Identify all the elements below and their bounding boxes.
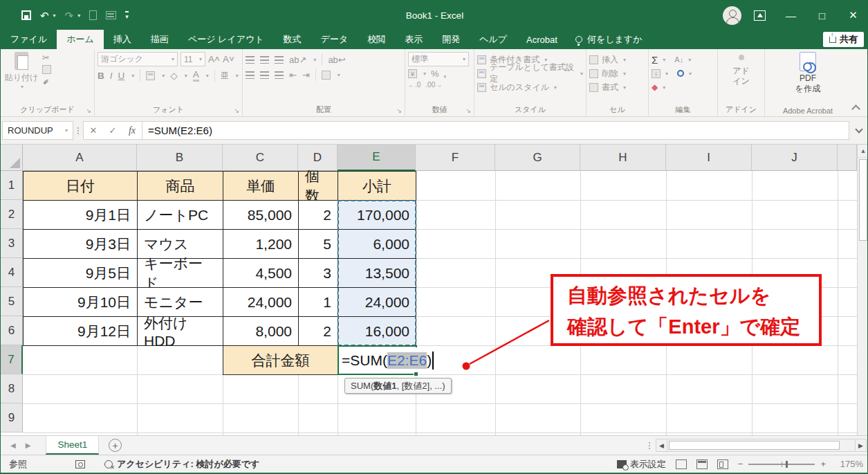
page-break-view-button[interactable] bbox=[717, 459, 728, 469]
cancel-entry-button[interactable]: ✕ bbox=[84, 125, 103, 136]
sheet-nav-right-icon[interactable]: ▶ bbox=[26, 441, 31, 449]
cell-B1[interactable]: 商品 bbox=[137, 171, 223, 201]
find-select-button[interactable] bbox=[677, 70, 684, 77]
font-size-select[interactable]: 11▾ bbox=[181, 52, 205, 66]
row-header-1[interactable]: 1 bbox=[1, 171, 23, 200]
minimize-button[interactable]: — bbox=[775, 1, 806, 30]
cell-D3[interactable]: 5 bbox=[298, 229, 338, 259]
column-header-G[interactable]: G bbox=[495, 145, 580, 171]
cell-A5[interactable]: 9月10日 bbox=[23, 287, 138, 317]
paste-button[interactable]: 貼り付け ▾ bbox=[3, 52, 39, 90]
vertical-scroll-thumb[interactable] bbox=[859, 159, 867, 241]
cell-C7[interactable]: 合計金額 bbox=[223, 345, 338, 375]
ribbon-tab-2[interactable]: 挿入 bbox=[104, 30, 141, 49]
accessibility-status[interactable]: アクセシビリティ: 検討が必要です bbox=[104, 458, 259, 471]
formula-bar-splitter[interactable] bbox=[77, 127, 80, 134]
number-dialog-launcher[interactable]: ↘ bbox=[465, 107, 471, 114]
delete-cells-button[interactable]: 削除▾ bbox=[589, 67, 645, 80]
format-cells-button[interactable]: 書式▾ bbox=[589, 81, 645, 93]
insert-function-button[interactable]: fx bbox=[122, 125, 142, 136]
ribbon-tab-11[interactable]: Acrobat bbox=[517, 30, 567, 49]
sheet-tab-sheet1[interactable]: Sheet1 bbox=[46, 436, 99, 455]
format-painter-button[interactable]: ✒ bbox=[40, 75, 53, 87]
row-header-7[interactable]: 7 bbox=[1, 345, 23, 374]
orientation-button[interactable]: ab↗ bbox=[289, 55, 306, 64]
font-color-button[interactable]: A bbox=[193, 69, 199, 82]
font-name-select[interactable]: 游ゴシック▾ bbox=[98, 52, 178, 66]
cut-button[interactable]: ✂ bbox=[42, 53, 51, 62]
number-format-select[interactable]: 標準▾ bbox=[408, 52, 469, 66]
column-header-F[interactable]: F bbox=[416, 145, 495, 171]
addins-button[interactable]: アド イン bbox=[721, 52, 761, 86]
fill-color-button[interactable]: ◇ bbox=[170, 70, 177, 81]
comma-style-button[interactable]: , bbox=[444, 69, 447, 78]
bold-button[interactable]: B bbox=[98, 71, 104, 81]
ribbon-tab-3[interactable]: 描画 bbox=[141, 30, 178, 49]
align-top-button[interactable] bbox=[246, 56, 255, 64]
cell-A4[interactable]: 9月5日 bbox=[23, 258, 138, 288]
ribbon-tab-8[interactable]: 表示 bbox=[395, 30, 432, 49]
cell-D4[interactable]: 3 bbox=[298, 258, 338, 288]
page-layout-view-button[interactable] bbox=[696, 459, 708, 469]
in-cell-formula[interactable]: =SUM(E2:E6) bbox=[340, 347, 435, 373]
align-right-button[interactable] bbox=[275, 71, 284, 79]
cell-D5[interactable]: 1 bbox=[298, 287, 338, 317]
ribbon-tab-file[interactable]: ファイル bbox=[1, 30, 57, 49]
decrease-decimal-button[interactable]: .00→ bbox=[425, 81, 442, 89]
fill-button[interactable]: ↓ bbox=[652, 69, 661, 78]
ribbon-tab-1[interactable]: ホーム bbox=[57, 30, 104, 49]
grow-font-button[interactable]: A˄ bbox=[208, 54, 220, 64]
column-header-J[interactable]: J bbox=[752, 145, 838, 171]
cell-E6[interactable]: 16,000 bbox=[338, 316, 416, 346]
display-settings-button[interactable]: 表示設定 bbox=[617, 458, 666, 471]
column-header-B[interactable]: B bbox=[137, 145, 223, 171]
align-left-button[interactable] bbox=[246, 71, 255, 79]
expand-formula-bar-icon[interactable] bbox=[855, 125, 862, 133]
scroll-right-icon[interactable]: ▶ bbox=[855, 439, 867, 452]
column-header-H[interactable]: H bbox=[580, 145, 666, 171]
increase-decimal-button[interactable]: ←.0 bbox=[408, 81, 421, 89]
merge-center-button[interactable] bbox=[322, 71, 331, 80]
currency-format-button[interactable]: ¥ bbox=[408, 69, 417, 78]
ribbon-tab-6[interactable]: データ bbox=[311, 30, 358, 49]
zoom-out-button[interactable]: − bbox=[738, 459, 744, 469]
zoom-slider[interactable] bbox=[748, 464, 815, 465]
font-dialog-launcher[interactable]: ↘ bbox=[234, 107, 239, 114]
sort-filter-button[interactable]: A↓ bbox=[674, 56, 683, 64]
row-header-2[interactable]: 2 bbox=[1, 200, 23, 229]
cell-C5[interactable]: 24,000 bbox=[223, 287, 299, 317]
align-center-button[interactable] bbox=[260, 71, 269, 79]
cell-C2[interactable]: 85,000 bbox=[223, 200, 299, 230]
cell-C4[interactable]: 4,500 bbox=[223, 258, 299, 288]
new-sheet-button[interactable]: + bbox=[109, 439, 122, 452]
row-header-9[interactable]: 9 bbox=[1, 403, 23, 432]
sheet-nav-left-icon[interactable]: ◀ bbox=[10, 441, 16, 449]
normal-view-button[interactable] bbox=[676, 459, 687, 469]
collapse-ribbon-button[interactable] bbox=[851, 104, 860, 113]
cell-C3[interactable]: 1,200 bbox=[223, 229, 299, 259]
row-header-8[interactable]: 8 bbox=[1, 374, 23, 403]
cell-A1[interactable]: 日付 bbox=[23, 171, 138, 201]
format-as-table-button[interactable]: テーブルとして書式設定▾ bbox=[477, 67, 583, 80]
cell-E1[interactable]: 小計 bbox=[338, 171, 416, 201]
ribbon-tab-5[interactable]: 数式 bbox=[274, 30, 311, 49]
horizontal-scroll-thumb[interactable] bbox=[669, 441, 840, 450]
tell-me-box[interactable]: 何をしますか bbox=[567, 30, 651, 49]
horizontal-scrollbar[interactable]: ◀ ▶ bbox=[656, 439, 867, 452]
underline-button[interactable]: U bbox=[118, 71, 125, 81]
cell-A3[interactable]: 9月3日 bbox=[23, 229, 138, 259]
cell-E3[interactable]: 6,000 bbox=[338, 229, 416, 259]
vertical-scrollbar[interactable]: ▲ bbox=[857, 145, 868, 435]
borders-button[interactable] bbox=[146, 71, 155, 80]
column-header-E[interactable]: E bbox=[338, 145, 416, 171]
cell-D6[interactable]: 2 bbox=[298, 316, 338, 346]
confirm-entry-button[interactable]: ✓ bbox=[103, 125, 122, 136]
zoom-slider-thumb[interactable] bbox=[786, 461, 788, 468]
alignment-dialog-launcher[interactable]: ↘ bbox=[396, 107, 402, 114]
cell-E5[interactable]: 24,000 bbox=[338, 287, 416, 317]
row-header-6[interactable]: 6 bbox=[1, 316, 23, 345]
close-button[interactable]: ✕ bbox=[838, 1, 868, 30]
macro-record-icon[interactable] bbox=[75, 460, 85, 468]
share-button[interactable]: 共有 bbox=[823, 32, 864, 47]
name-box-dropdown-icon[interactable]: ▾ bbox=[65, 127, 68, 134]
